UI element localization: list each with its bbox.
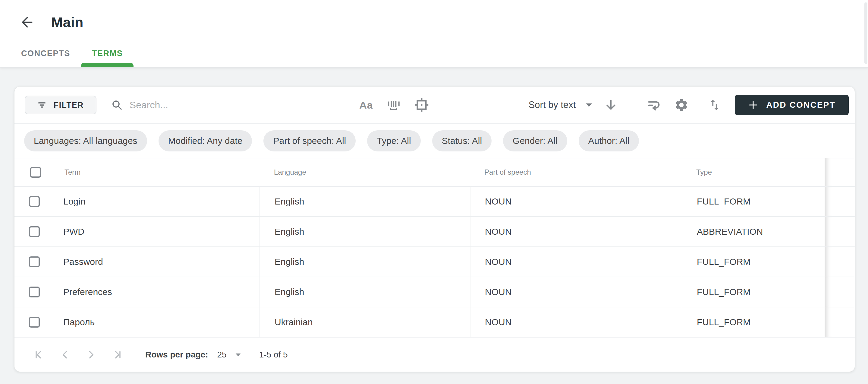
search-input[interactable] [130, 99, 347, 111]
column-header-term: Term [64, 168, 81, 176]
filter-chip[interactable]: Part of speech: All [264, 130, 355, 151]
row-checkbox[interactable] [29, 257, 40, 267]
cell-type: FULL_FORM [682, 307, 825, 337]
cell-term: PWD [14, 217, 259, 246]
settings-gear-icon[interactable] [673, 97, 689, 113]
cell-pinned [825, 277, 855, 307]
cell-term: Пароль [14, 307, 259, 337]
cell-language: English [259, 277, 470, 307]
rows-per-page-label: Rows per page: [145, 350, 208, 360]
sort-select-value: Sort by text [529, 99, 576, 110]
move-to-bottom-icon[interactable] [646, 97, 662, 113]
term-value: Login [63, 196, 85, 207]
tab-bar: CONCEPTS TERMS [10, 40, 133, 67]
cell-type: FULL_FORM [682, 187, 825, 216]
match-case-icon[interactable]: Aa [358, 97, 374, 113]
cell-language: English [259, 247, 470, 276]
tab-concepts-label: CONCEPTS [21, 49, 70, 58]
term-value: Password [63, 257, 103, 267]
pagination-bar: Rows per page: 25 1-5 of 5 [14, 337, 855, 372]
filter-icon [37, 100, 46, 110]
search-icon [111, 99, 123, 111]
back-button[interactable] [19, 14, 34, 30]
table-row[interactable]: Login English NOUN FULL_FORM [14, 186, 855, 216]
page-scrollbar[interactable] [864, 2, 867, 64]
terms-panel: FILTER Aa [14, 87, 855, 372]
add-concept-label: ADD CONCEPT [766, 100, 835, 110]
row-checkbox[interactable] [29, 317, 40, 328]
cell-type: FULL_FORM [682, 247, 825, 276]
cell-pos: NOUN [470, 277, 682, 307]
cell-language: English [259, 217, 470, 246]
table-body: Login English NOUN FULL_FORM PWD English… [14, 186, 855, 337]
plus-icon [748, 100, 758, 110]
cell-type: ABBREVIATION [682, 217, 825, 246]
filter-chips-row: Languages: All languages Modified: Any d… [14, 123, 855, 158]
cell-term: Login [14, 187, 259, 216]
import-export-icon[interactable] [707, 97, 723, 113]
pagination-range-label: 1-5 of 5 [259, 350, 288, 360]
barcode-icon[interactable] [386, 97, 402, 113]
pinned-column-header [825, 158, 855, 186]
select-all-checkbox[interactable] [30, 167, 41, 178]
filter-chip[interactable]: Languages: All languages [24, 130, 147, 151]
column-header-language: Language [259, 168, 470, 176]
table-row[interactable]: PWD English NOUN ABBREVIATION [14, 216, 855, 246]
rows-per-page-caret-icon[interactable] [235, 353, 241, 357]
filter-chip[interactable]: Type: All [367, 130, 421, 151]
rows-per-page-value[interactable]: 25 [217, 350, 226, 360]
next-page-button[interactable] [84, 348, 98, 361]
filter-chip[interactable]: Modified: Any date [158, 130, 252, 151]
row-checkbox[interactable] [29, 226, 40, 237]
filter-chip[interactable]: Status: All [432, 130, 492, 151]
app-bar: Main CONCEPTS TERMS [0, 0, 868, 67]
cell-pos: NOUN [470, 307, 682, 337]
term-value: Preferences [63, 287, 112, 297]
table-row[interactable]: Пароль Ukrainian NOUN FULL_FORM [14, 307, 855, 337]
filter-button[interactable]: FILTER [25, 96, 96, 114]
row-checkbox[interactable] [29, 287, 40, 297]
term-value: PWD [63, 227, 84, 237]
page-title: Main [51, 14, 84, 30]
last-page-button[interactable] [110, 348, 124, 361]
cell-pinned [825, 247, 855, 276]
sort-direction-icon[interactable] [603, 97, 619, 113]
term-value: Пароль [63, 317, 95, 327]
search-box [111, 99, 347, 111]
table-row[interactable]: Password English NOUN FULL_FORM [14, 246, 855, 276]
cell-pos: NOUN [470, 217, 682, 246]
table-header-term: Term [14, 167, 259, 178]
tab-concepts[interactable]: CONCEPTS [10, 40, 81, 67]
filter-chip[interactable]: Author: All [579, 130, 639, 151]
cell-language: English [259, 187, 470, 216]
add-concept-button[interactable]: ADD CONCEPT [735, 95, 849, 115]
cell-type: FULL_FORM [682, 277, 825, 307]
toolbar: FILTER Aa [14, 87, 855, 123]
sort-select[interactable]: Sort by text [529, 99, 593, 110]
row-checkbox[interactable] [29, 196, 40, 207]
caret-down-icon [585, 102, 592, 108]
cell-pinned [825, 307, 855, 337]
cell-term: Preferences [14, 277, 259, 307]
tab-terms-label: TERMS [92, 49, 123, 58]
active-tab-indicator [81, 63, 134, 67]
table-header: Term Language Part of speech Type [14, 158, 855, 186]
filter-button-label: FILTER [54, 100, 84, 110]
column-header-pos: Part of speech [470, 168, 682, 176]
tab-terms[interactable]: TERMS [81, 40, 134, 67]
filter-chip[interactable]: Gender: All [503, 130, 567, 151]
cell-pos: NOUN [470, 247, 682, 276]
previous-page-button[interactable] [59, 348, 72, 361]
focus-frame-icon[interactable] [413, 97, 430, 113]
first-page-button[interactable] [33, 348, 46, 361]
app-bar-row: Main [0, 0, 868, 33]
cell-pinned [825, 217, 855, 246]
column-header-type: Type [682, 168, 825, 176]
cell-language: Ukrainian [259, 307, 470, 337]
arrow-left-icon [19, 14, 34, 30]
cell-pos: NOUN [470, 187, 682, 216]
table-row[interactable]: Preferences English NOUN FULL_FORM [14, 276, 855, 307]
cell-pinned [825, 187, 855, 216]
cell-term: Password [14, 247, 259, 276]
